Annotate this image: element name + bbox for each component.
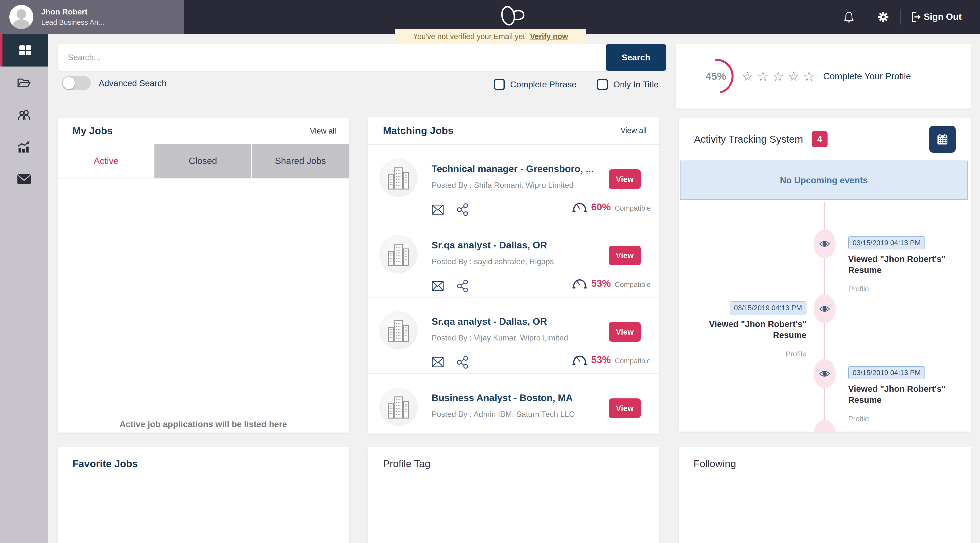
users-icon bbox=[17, 108, 32, 121]
job-list-item: Sr.qa analyst - Dallas, OR Posted By : V… bbox=[368, 298, 659, 374]
job-title-link[interactable]: Sr.qa analyst - Dallas, OR bbox=[431, 240, 547, 251]
bell-icon bbox=[843, 11, 854, 23]
calendar-icon bbox=[936, 132, 949, 146]
compatibility-percent: 60% bbox=[591, 202, 611, 213]
only-in-title-checkbox[interactable] bbox=[597, 79, 608, 90]
event-timestamp-badge: 03/15/2019 04:13 PM bbox=[848, 236, 925, 249]
job-title-link[interactable]: Business Analyst - Boston, MA bbox=[431, 393, 573, 403]
job-posted-by: Posted By : sayid ashrafee, Rigaps bbox=[431, 257, 554, 266]
my-jobs-view-all[interactable]: View all bbox=[310, 127, 336, 135]
eye-icon bbox=[819, 305, 830, 313]
notifications-button[interactable] bbox=[832, 11, 866, 23]
job-title-link[interactable]: Technical manager - Greensboro, ... bbox=[431, 164, 593, 174]
my-jobs-card: My Jobs View all Active Closed Shared Jo… bbox=[58, 118, 349, 433]
compatibility-label: Compatible bbox=[615, 280, 651, 289]
job-posted-by: Posted By : Shifa Romani, Wipro Limited bbox=[431, 181, 573, 190]
email-job-icon[interactable] bbox=[431, 357, 444, 368]
settings-button[interactable] bbox=[866, 11, 900, 22]
gauge-icon bbox=[572, 354, 587, 366]
compatibility-label: Compatible bbox=[615, 357, 651, 365]
profile-completeness-card: 45% ☆☆☆☆☆ Complete Your Profile bbox=[676, 44, 971, 108]
job-view-button[interactable]: View bbox=[609, 322, 641, 342]
my-jobs-empty-message: Active job applications will be listed h… bbox=[58, 419, 349, 429]
sidebar-item-jobs[interactable] bbox=[0, 67, 48, 99]
timeline-node bbox=[813, 229, 836, 258]
search-input[interactable] bbox=[58, 44, 606, 71]
sign-out-icon bbox=[910, 11, 921, 23]
share-job-icon[interactable] bbox=[457, 203, 468, 217]
job-list-item: Business Analyst - Boston, MA Posted By … bbox=[368, 374, 659, 433]
search-button[interactable]: Search bbox=[606, 44, 666, 71]
building-icon bbox=[387, 165, 410, 191]
job-title-link[interactable]: Sr.qa analyst - Dallas, OR bbox=[431, 316, 547, 327]
sign-out-button[interactable]: Sign Out bbox=[901, 11, 962, 23]
compatibility-meter: 53% Compatible bbox=[572, 354, 651, 366]
event-text: Viewed "Jhon Robert's" Resume bbox=[689, 318, 807, 341]
sidebar-item-dashboard[interactable] bbox=[0, 34, 48, 67]
advanced-search-label: Advanced Search bbox=[99, 76, 167, 90]
calendar-button[interactable] bbox=[929, 126, 956, 153]
activity-title: Activity Tracking System bbox=[694, 134, 803, 145]
job-view-button[interactable]: View bbox=[609, 246, 641, 265]
sidebar-item-reports[interactable] bbox=[0, 131, 48, 163]
rating-stars: ☆☆☆☆☆ bbox=[741, 44, 818, 108]
user-profile-block[interactable]: Jhon Robert Lead Business An... bbox=[0, 0, 184, 34]
profile-percent: 45% bbox=[695, 56, 737, 97]
timeline-node bbox=[813, 420, 836, 432]
company-avatar bbox=[379, 159, 418, 197]
timeline-node bbox=[813, 359, 836, 388]
share-job-icon[interactable] bbox=[457, 355, 468, 369]
job-list-item: Sr.qa analyst - Dallas, OR Posted By : s… bbox=[368, 221, 659, 298]
share-job-icon[interactable] bbox=[457, 279, 468, 293]
verify-now-link[interactable]: Verify now bbox=[530, 32, 568, 41]
tab-shared-jobs[interactable]: Shared Jobs bbox=[251, 144, 349, 178]
chart-icon bbox=[17, 140, 32, 154]
gear-icon bbox=[878, 11, 889, 22]
complete-phrase-checkbox[interactable] bbox=[494, 79, 505, 90]
my-jobs-header: My Jobs View all bbox=[58, 118, 349, 144]
app-logo bbox=[498, 3, 528, 28]
advanced-search-toggle[interactable] bbox=[62, 76, 91, 90]
no-upcoming-events-box: No Upcoming events bbox=[680, 161, 968, 200]
company-avatar bbox=[379, 311, 418, 350]
building-icon bbox=[387, 394, 410, 420]
logo-icon bbox=[498, 3, 528, 28]
sign-out-label: Sign Out bbox=[924, 12, 962, 22]
job-view-button[interactable]: View bbox=[609, 398, 641, 418]
tab-closed[interactable]: Closed bbox=[154, 144, 251, 178]
person-icon bbox=[10, 5, 33, 29]
sidebar-item-messages[interactable] bbox=[0, 163, 48, 195]
event-text: Viewed "Jhon Robert's" Resume bbox=[848, 253, 966, 275]
activity-tracking-card: Activity Tracking System 4 No Upcoming e… bbox=[679, 118, 971, 432]
tab-active[interactable]: Active bbox=[58, 144, 154, 178]
email-job-icon[interactable] bbox=[431, 280, 444, 292]
job-posted-by: Posted By : Admin IBM, Saturn Tech LLC bbox=[431, 410, 575, 419]
building-icon bbox=[387, 241, 410, 267]
job-view-button[interactable]: View bbox=[609, 169, 641, 189]
activity-event: 03/15/2019 04:13 PM Viewed "Jhon Robert'… bbox=[848, 366, 966, 423]
user-avatar bbox=[10, 5, 33, 29]
user-meta: Jhon Robert Lead Business An... bbox=[41, 7, 104, 27]
compatibility-percent: 53% bbox=[591, 278, 611, 289]
timeline-node bbox=[813, 294, 836, 323]
email-job-icon[interactable] bbox=[431, 204, 444, 215]
matching-jobs-view-all[interactable]: View all bbox=[620, 126, 647, 135]
my-jobs-tabs: Active Closed Shared Jobs bbox=[58, 144, 349, 178]
compatibility-meter: 60% Compatible bbox=[572, 201, 651, 213]
event-text: Viewed "Jhon Robert's" Resume bbox=[848, 383, 966, 405]
sidebar-item-network[interactable] bbox=[0, 99, 48, 131]
gauge-icon bbox=[572, 277, 587, 290]
profile-tag-title: Profile Tag bbox=[383, 458, 430, 470]
company-avatar bbox=[379, 235, 418, 273]
favorite-jobs-title: Favorite Jobs bbox=[72, 458, 138, 470]
gauge-icon bbox=[572, 201, 587, 213]
job-actions bbox=[431, 279, 468, 293]
complete-phrase-label: Complete Phrase bbox=[510, 79, 576, 90]
user-name: Jhon Robert bbox=[41, 7, 104, 16]
event-timestamp-badge: 03/15/2019 04:13 PM bbox=[730, 301, 807, 314]
favorite-jobs-card: Favorite Jobs bbox=[58, 447, 349, 543]
eye-icon bbox=[819, 240, 830, 248]
banner-text: You've not verified your Email yet. bbox=[413, 32, 527, 41]
complete-profile-link[interactable]: Complete Your Profile bbox=[823, 44, 911, 108]
profile-tag-card: Profile Tag bbox=[368, 447, 659, 543]
